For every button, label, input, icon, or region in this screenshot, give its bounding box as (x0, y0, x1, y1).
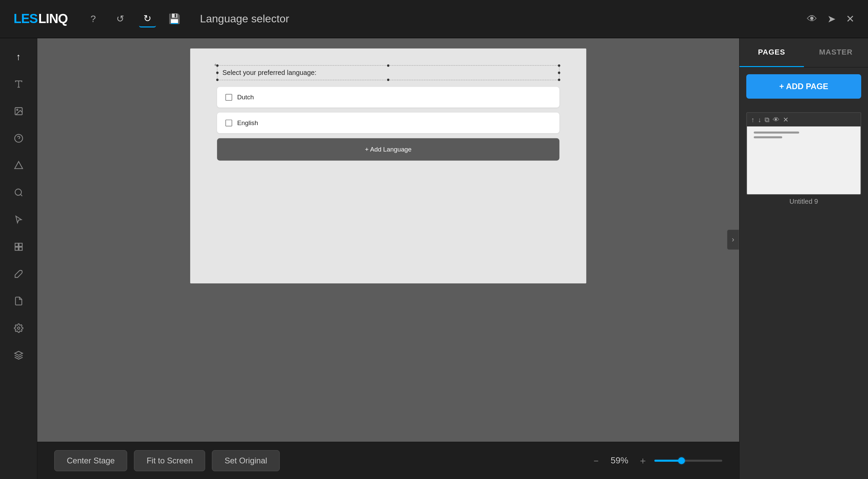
page-canvas[interactable]: Select your preferred language: Dutch En… (190, 48, 586, 283)
canvas-wrapper: Select your preferred language: Dutch En… (37, 38, 739, 442)
mini-line-1 (754, 132, 799, 134)
handle-bm[interactable] (387, 79, 390, 81)
page-name: Untitled 9 (746, 195, 861, 207)
close-icon[interactable]: ✕ (846, 13, 854, 25)
dutch-checkbox[interactable] (225, 94, 232, 101)
zoom-in-icon[interactable]: ＋ (638, 454, 648, 467)
handle-ml[interactable] (216, 72, 219, 74)
logo-les: LES (14, 12, 38, 26)
tab-pages[interactable]: PAGES (739, 38, 804, 67)
page-title: Language selector (200, 13, 289, 25)
fit-to-screen-button[interactable]: Fit to Screen (134, 450, 205, 471)
visibility-icon[interactable]: 👁 (773, 116, 780, 124)
handle-mr[interactable] (558, 72, 560, 74)
zoom-slider-thumb[interactable] (678, 457, 685, 464)
add-page-button[interactable]: + ADD PAGE (746, 74, 861, 99)
canvas-area: Select your preferred language: Dutch En… (37, 38, 739, 479)
english-checkbox[interactable] (225, 120, 232, 126)
sidebar-shape-icon[interactable] (7, 154, 31, 177)
delete-icon[interactable]: ✕ (783, 116, 789, 124)
english-option[interactable]: English (217, 113, 559, 133)
selected-text-element[interactable]: Select your preferred language: (217, 65, 559, 80)
svg-rect-8 (19, 243, 22, 246)
sidebar-upload-icon[interactable]: ↑ (7, 45, 31, 69)
handle-tl[interactable] (216, 64, 219, 67)
right-panel: PAGES MASTER + ADD PAGE ↑ ↓ ⧉ 👁 ✕ (739, 38, 868, 479)
svg-marker-4 (15, 161, 22, 168)
sidebar-text-icon[interactable] (7, 72, 31, 96)
logo-linq: LINQ (38, 12, 68, 26)
help-icon[interactable]: ? (85, 11, 102, 27)
svg-rect-7 (15, 243, 18, 246)
sidebar-layers-icon[interactable] (7, 343, 31, 367)
bottom-bar: Center Stage Fit to Screen Set Original … (37, 442, 739, 479)
redo-icon[interactable]: ↻ (139, 11, 156, 27)
mini-line-2 (754, 136, 782, 138)
logo: LESLINQ (14, 12, 68, 26)
add-language-button[interactable]: + Add Language (217, 138, 559, 161)
svg-point-1 (17, 109, 18, 111)
undo-icon[interactable]: ↺ (112, 11, 129, 27)
zoom-out-icon[interactable]: － (591, 454, 601, 467)
left-sidebar: ↑ (0, 38, 37, 479)
set-original-button[interactable]: Set Original (212, 450, 279, 471)
handle-tm[interactable] (387, 64, 390, 67)
zoom-slider-fill (654, 460, 682, 462)
move-down-icon[interactable]: ↓ (758, 116, 761, 124)
svg-marker-12 (15, 351, 22, 355)
sidebar-fill-icon[interactable] (7, 262, 31, 286)
zoom-controls: － 59% ＋ (591, 454, 722, 467)
save-icon[interactable]: 💾 (166, 11, 183, 27)
sidebar-component-icon[interactable] (7, 235, 31, 259)
sidebar-question-icon[interactable] (7, 126, 31, 150)
main-area: ↑ (0, 38, 868, 479)
duplicate-icon[interactable]: ⧉ (765, 116, 769, 124)
topbar-right: 👁 ➤ ✕ (807, 13, 854, 25)
selected-label: Select your preferred language: (222, 69, 554, 76)
page-thumbnail-area: ↑ ↓ ⧉ 👁 ✕ Untitled 9 (743, 109, 865, 210)
sidebar-settings-icon[interactable] (7, 316, 31, 340)
handle-br[interactable] (558, 79, 560, 81)
center-stage-button[interactable]: Center Stage (54, 450, 127, 471)
dutch-option[interactable]: Dutch (217, 87, 559, 107)
sidebar-search-icon[interactable] (7, 181, 31, 204)
topbar: LESLINQ ? ↺ ↻ 💾 Language selector 👁 ➤ ✕ (0, 0, 868, 38)
svg-point-5 (15, 189, 21, 196)
english-label: English (237, 119, 258, 126)
panel-tabs: PAGES MASTER (739, 38, 868, 67)
dutch-label: Dutch (237, 94, 254, 101)
svg-rect-9 (15, 247, 18, 250)
zoom-slider[interactable] (654, 460, 722, 462)
handle-tr[interactable] (558, 64, 560, 67)
thumbnail-preview (747, 126, 861, 194)
move-up-icon[interactable]: ↑ (751, 116, 754, 124)
sidebar-image-icon[interactable] (7, 99, 31, 123)
svg-line-6 (20, 194, 22, 196)
handle-bl[interactable] (216, 79, 219, 81)
page-thumbnail[interactable]: ↑ ↓ ⧉ 👁 ✕ (746, 112, 861, 195)
send-icon[interactable]: ➤ (827, 13, 836, 25)
sidebar-pointer-icon[interactable] (7, 208, 31, 232)
tab-master[interactable]: MASTER (804, 38, 868, 67)
preview-icon[interactable]: 👁 (807, 13, 817, 25)
sidebar-data-icon[interactable] (7, 289, 31, 313)
zoom-percent: 59% (608, 455, 631, 466)
svg-rect-10 (19, 247, 22, 250)
add-language-label: + Add Language (365, 146, 412, 153)
thumbnail-controls: ↑ ↓ ⧉ 👁 ✕ (747, 113, 861, 126)
svg-point-11 (17, 327, 20, 330)
collapse-panel-button[interactable]: › (727, 229, 739, 250)
